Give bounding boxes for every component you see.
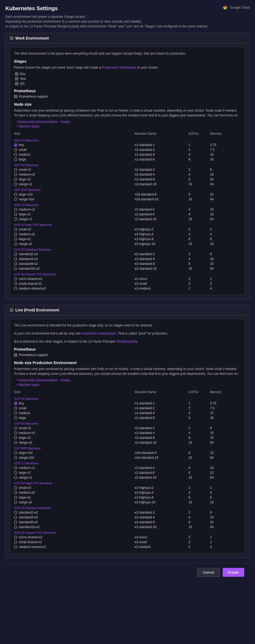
radio-button[interactable]: [14, 237, 17, 241]
table-row[interactable]: large-e2e2-highcpu-888: [14, 237, 241, 241]
radio-button[interactable]: [14, 456, 17, 459]
radio-button[interactable]: [14, 407, 17, 410]
table-row[interactable]: micro-shared-e2e2-micro21: [14, 276, 241, 281]
table-row[interactable]: medium-shared-e2e2-medium24: [14, 286, 241, 291]
table-row[interactable]: standard2-e2e2-standard-228: [14, 510, 241, 515]
table-row[interactable]: standard4-e2e2-standard-4416: [14, 515, 241, 520]
radio-button[interactable]: [14, 158, 17, 161]
table-row[interactable]: small-shared-e2e2-small22: [14, 281, 241, 286]
radio-button[interactable]: [14, 496, 17, 499]
table-row[interactable]: xlarge-e2e2-highcpu-161616: [14, 241, 241, 246]
live-namespace-link[interactable]: Kubernetes Namespace: [82, 332, 116, 335]
table-row[interactable]: tinyn1-standard-113.75: [14, 401, 241, 406]
stage-qa-checkbox[interactable]: [15, 82, 18, 85]
table-row[interactable]: largen1-standard-8830: [14, 415, 241, 420]
live-node-doc-link[interactable]: Kubernetes Documentation - Nodes: [19, 378, 70, 382]
table-row[interactable]: large-e2e2-highcpu-888: [14, 495, 241, 500]
radio-button[interactable]: [14, 431, 17, 435]
radio-button[interactable]: [14, 257, 17, 261]
radio-button[interactable]: [14, 228, 17, 231]
table-row[interactable]: standard16-e2e2-standard-161664: [14, 266, 241, 271]
table-row[interactable]: xlarge-c2c2-standard-161664: [14, 217, 241, 222]
radio-button[interactable]: [14, 516, 17, 519]
table-row[interactable]: medium-n2n2-standard-4416: [14, 430, 241, 435]
radio-button[interactable]: [14, 233, 17, 236]
cancel-button[interactable]: Cancel: [197, 568, 220, 577]
table-row[interactable]: xlarge-n2dn2d-standard-161664: [14, 197, 241, 202]
table-row[interactable]: medium-e2e2-highcpu-444: [14, 490, 241, 495]
radio-button[interactable]: [14, 208, 17, 211]
radio-button[interactable]: [14, 168, 17, 171]
table-row[interactable]: medium-shared-e2e2-medium24: [14, 545, 241, 549]
radio-button[interactable]: [14, 486, 17, 489]
radio-button[interactable]: [14, 521, 17, 524]
table-row[interactable]: standard8-e2e2-standard-8832: [14, 520, 241, 525]
table-row[interactable]: mediumn1-standard-4415: [14, 411, 241, 415]
radio-button[interactable]: [14, 466, 17, 469]
radio-button[interactable]: [14, 525, 17, 529]
table-row[interactable]: micro-shared-e2e2-micro21: [14, 535, 241, 540]
stage-dev-checkbox[interactable]: [15, 72, 18, 76]
live-prometheus-checkbox[interactable]: [14, 353, 17, 357]
work-node-doc-link[interactable]: Kubernetes Documentation - Nodes: [19, 120, 70, 124]
radio-button[interactable]: [14, 153, 17, 156]
radio-button[interactable]: [14, 491, 17, 494]
table-row[interactable]: small-e2e2-highcpu-222: [14, 485, 241, 490]
radio-button[interactable]: [14, 426, 17, 430]
radio-button[interactable]: [14, 173, 17, 176]
live-factor-link[interactable]: Dev/prod parity: [116, 340, 138, 343]
table-row[interactable]: large-n2dn2d-standard-8832: [14, 192, 241, 197]
radio-button[interactable]: [14, 545, 17, 549]
radio-button[interactable]: [14, 540, 17, 544]
radio-button[interactable]: [14, 411, 17, 415]
table-row[interactable]: largen1-standard-8830: [14, 157, 241, 162]
radio-button[interactable]: [14, 436, 17, 439]
table-row[interactable]: small-shared-e2e2-small22: [14, 540, 241, 545]
radio-button[interactable]: [14, 262, 17, 265]
table-row[interactable]: large-n2n2-standard-8832: [14, 435, 241, 440]
table-row[interactable]: xlarge-n2dn2d-standard-161664: [14, 455, 241, 460]
table-row[interactable]: medium-c2c2-standard-4416: [14, 207, 241, 212]
radio-button[interactable]: [14, 242, 17, 245]
table-row[interactable]: medium-e2e2-highcpu-444: [14, 232, 241, 237]
table-row[interactable]: xlarge-n2n2-standard-161664: [14, 440, 241, 445]
live-machine-types-link[interactable]: Machine types: [19, 383, 40, 387]
table-row[interactable]: large-c2c2-standard-8832: [14, 470, 241, 475]
radio-button[interactable]: [14, 536, 17, 539]
radio-button[interactable]: [14, 416, 17, 419]
table-row[interactable]: standard4-e2e2-standard-4416: [14, 257, 241, 261]
table-row[interactable]: standard8-e2e2-standard-8832: [14, 261, 241, 266]
radio-button[interactable]: [14, 252, 17, 256]
radio-button[interactable]: [14, 402, 17, 405]
table-row[interactable]: medium-c2c2-standard-4416: [14, 465, 241, 470]
radio-button[interactable]: [14, 471, 17, 474]
radio-button[interactable]: [14, 441, 17, 444]
radio-button[interactable]: [14, 451, 17, 454]
table-row[interactable]: medium-n2n2-standard-4416: [14, 172, 241, 177]
table-row[interactable]: tinyn1-standard-113.75: [14, 143, 241, 147]
table-row[interactable]: small-n2n2-standard-228: [14, 426, 241, 430]
work-prometheus-checkbox[interactable]: [14, 95, 17, 98]
table-row[interactable]: smalln1-standard-227.5: [14, 406, 241, 411]
radio-button[interactable]: [14, 218, 17, 221]
radio-button[interactable]: [14, 267, 17, 270]
radio-button[interactable]: [14, 282, 17, 285]
table-row[interactable]: large-n2dn2d-standard-8832: [14, 450, 241, 455]
work-machine-types-link[interactable]: Machine types: [19, 124, 40, 128]
radio-button[interactable]: [14, 287, 17, 290]
radio-button[interactable]: [14, 178, 17, 181]
live-env-checkbox[interactable]: [10, 308, 13, 312]
stage-test-checkbox[interactable]: [15, 77, 18, 80]
table-row[interactable]: standard16-e2e2-standard-161664: [14, 525, 241, 529]
radio-button[interactable]: [14, 213, 17, 216]
radio-button[interactable]: [14, 476, 17, 479]
table-row[interactable]: smalln1-standard-227.5: [14, 147, 241, 152]
table-row[interactable]: large-n2n2-standard-8832: [14, 177, 241, 182]
table-row[interactable]: small-e2e2-highcpu-222: [14, 227, 241, 232]
radio-button[interactable]: [14, 501, 17, 504]
radio-button[interactable]: [14, 511, 17, 514]
work-env-checkbox[interactable]: [10, 37, 13, 40]
table-row[interactable]: small-n2n2-standard-228: [14, 167, 241, 172]
table-row[interactable]: mediumn1-standard-4415: [14, 152, 241, 157]
radio-button[interactable]: [14, 148, 17, 151]
